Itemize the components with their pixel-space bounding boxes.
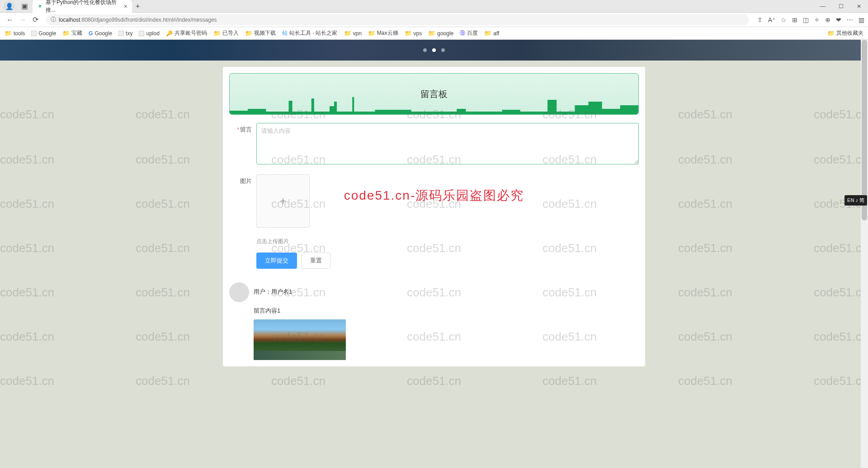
folder-icon: 📁 <box>245 30 252 37</box>
board-title: 留言板 <box>420 88 448 100</box>
bookmark-label: tools <box>14 30 25 37</box>
bookmark-label: txy <box>126 30 132 37</box>
bookmark-item[interactable]: uplod <box>139 30 159 37</box>
bookmark-label: 视频下载 <box>254 29 276 37</box>
bookmark-label: 站长工具 - 站长之家 <box>289 29 338 37</box>
carousel-dot[interactable] <box>441 48 445 52</box>
message-user-label: 用户：用户名1 <box>254 288 639 296</box>
profile-icon[interactable]: 👤 <box>4 1 14 12</box>
browser-chrome: 👤 ▣ ▼ 基于Python的个性化餐饮场所推... × + — ☐ ✕ ← →… <box>0 0 868 40</box>
message-image[interactable] <box>254 319 346 360</box>
new-tab-button[interactable]: + <box>136 2 140 10</box>
bookmarks-bar: 📁toolsGoogle📁宝藏GGoogletxyuplod🔑共享账号密码📁已导… <box>0 27 868 40</box>
address-bar: ← → ⟳ ⓘ localhost:8080/django99sdi/front… <box>0 13 868 27</box>
forward-button[interactable]: → <box>16 16 29 24</box>
maximize-button[interactable]: ☐ <box>832 3 850 9</box>
user-avatar <box>229 282 249 302</box>
message-board-card: 留言板 *留言 图片 + 点击上传图片 立即提交 重置 <box>223 67 645 366</box>
addfav-icon[interactable]: ✧ <box>814 16 820 23</box>
bookmark-item[interactable]: 📁aff <box>484 30 499 37</box>
bookmark-item[interactable]: Google <box>31 30 56 37</box>
bookmark-label: Google <box>38 30 56 37</box>
bookmark-label: 其他收藏夹 <box>836 29 863 37</box>
page-viewport: 留言板 *留言 图片 + 点击上传图片 立即提交 重置 <box>0 40 868 468</box>
bookmark-label: 宝藏 <box>71 29 82 37</box>
carousel-dot[interactable] <box>423 48 427 52</box>
google-icon: G <box>89 30 93 37</box>
url-input[interactable]: ⓘ localhost:8080/django99sdi/front/dist/… <box>46 14 749 25</box>
bookmark-item[interactable]: 📁vpn <box>344 30 362 37</box>
scrollbar-track[interactable] <box>861 40 868 468</box>
bookmark-label: uplod <box>146 30 159 37</box>
folder-icon: 📁 <box>484 30 491 37</box>
ime-indicator[interactable]: EN ♪ 简 <box>844 195 867 206</box>
bookmark-item[interactable]: 📁vps <box>405 30 422 37</box>
bookmark-label: 已导入 <box>222 29 239 37</box>
refresh-button[interactable]: ⟳ <box>29 15 42 24</box>
center-watermark: code51.cn-源码乐园盗图必究 <box>344 187 524 204</box>
image-label: 图片 <box>229 174 256 269</box>
bookmark-item[interactable]: 站站长工具 - 站长之家 <box>282 29 338 37</box>
split-icon[interactable]: ◫ <box>803 16 809 23</box>
message-content: 留言内容1 <box>254 307 639 315</box>
bookmark-label: 百度 <box>467 29 478 37</box>
bookmark-label: aff <box>493 30 499 37</box>
collections-icon[interactable]: ⊕ <box>825 16 830 23</box>
close-tab-icon[interactable]: × <box>124 3 127 10</box>
password-icon: 🔑 <box>166 30 173 37</box>
bookmark-item[interactable]: 🔑共享账号密码 <box>166 29 207 37</box>
bookmark-label: vps <box>414 30 422 37</box>
message-label: *留言 <box>229 123 256 166</box>
form-buttons: 立即提交 重置 <box>256 253 639 269</box>
bookmark-item[interactable]: 📁已导入 <box>213 29 239 37</box>
other-bookmarks[interactable]: 📁其他收藏夹 <box>827 29 863 37</box>
bookmark-item[interactable]: GGoogle <box>89 30 112 37</box>
folder-icon: 📁 <box>344 30 351 37</box>
page-icon <box>139 31 144 36</box>
tab-bar: 👤 ▣ ▼ 基于Python的个性化餐饮场所推... × + — ☐ ✕ <box>0 0 868 13</box>
board-header: 留言板 <box>229 73 639 115</box>
sidebar-icon[interactable]: ▥ <box>859 16 864 23</box>
bookmark-item[interactable]: 📁宝藏 <box>62 29 82 37</box>
bookmark-label: vpn <box>353 30 362 37</box>
extensions-icon[interactable]: ⊞ <box>792 16 797 23</box>
folder-icon: 📁 <box>368 30 375 37</box>
chinaz-icon: 站 <box>282 29 288 37</box>
reset-button[interactable]: 重置 <box>302 253 330 269</box>
scrollbar-thumb[interactable] <box>862 40 867 220</box>
bookmark-label: Google <box>94 30 112 37</box>
plus-icon: + <box>280 195 286 207</box>
browser-tab[interactable]: ▼ 基于Python的个性化餐饮场所推... × <box>33 0 132 13</box>
folder-icon: 📁 <box>428 30 435 37</box>
back-button[interactable]: ← <box>4 16 16 24</box>
baidu-icon: Ⓑ <box>460 29 465 37</box>
bookmark-item[interactable]: txy <box>118 30 132 37</box>
tab-overview-icon[interactable]: ▣ <box>18 0 31 13</box>
minimize-button[interactable]: — <box>814 3 832 9</box>
message-input[interactable] <box>256 123 639 164</box>
carousel-dots[interactable] <box>423 48 445 52</box>
bookmark-item[interactable]: 📁tools <box>5 30 25 37</box>
site-info-icon[interactable]: ⓘ <box>51 16 56 23</box>
page-icon <box>118 31 124 36</box>
carousel-banner[interactable] <box>0 40 868 61</box>
close-window-button[interactable]: ✕ <box>850 3 868 9</box>
url-text: localhost:8080/django99sdi/front/dist/in… <box>59 17 217 23</box>
share-icon[interactable]: ⇪ <box>757 16 763 23</box>
bookmark-item[interactable]: 📁google <box>428 30 453 37</box>
folder-icon: 📁 <box>5 30 12 37</box>
folder-icon: 📁 <box>405 30 412 37</box>
bookmark-item[interactable]: 📁Max云梯 <box>368 29 398 37</box>
bookmark-item[interactable]: 📁视频下载 <box>245 29 276 37</box>
read-aloud-icon[interactable]: A⁺ <box>768 16 775 23</box>
folder-icon: 📁 <box>213 30 221 37</box>
more-icon[interactable]: ⋯ <box>847 16 853 23</box>
message-field-row: *留言 <box>229 123 639 166</box>
bookmark-label: 共享账号密码 <box>175 29 207 37</box>
favorite-icon[interactable]: ☆ <box>781 16 787 23</box>
submit-button[interactable]: 立即提交 <box>256 253 297 269</box>
image-upload-button[interactable]: + <box>256 174 310 228</box>
carousel-dot-active[interactable] <box>432 48 436 52</box>
sync-icon[interactable]: ❤ <box>836 16 841 23</box>
bookmark-item[interactable]: Ⓑ百度 <box>460 29 478 37</box>
